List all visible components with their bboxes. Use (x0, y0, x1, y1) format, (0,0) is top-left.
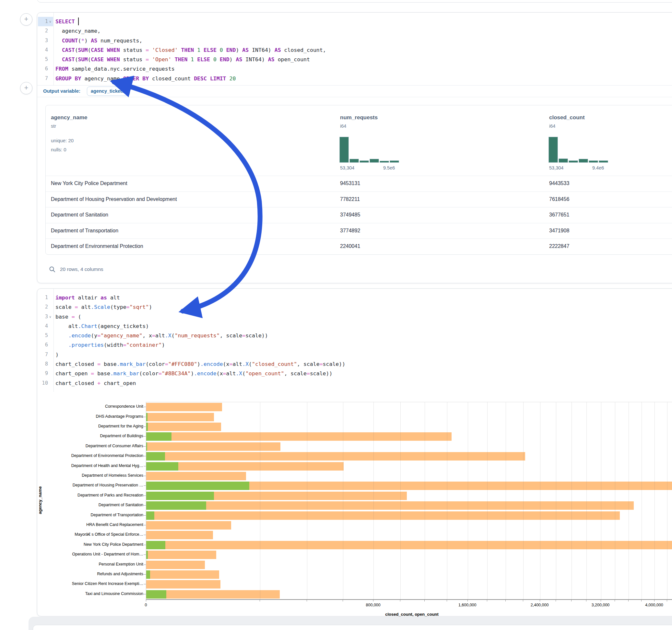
sql-token: CAST (62, 56, 75, 63)
y-axis-label[interactable]: New York City Police Department (37, 542, 143, 547)
sql-code-line[interactable]: GROUP BY agency_name ORDER BY closed_cou… (55, 74, 672, 83)
bar-closed-count[interactable] (146, 511, 620, 520)
bar-closed-count[interactable] (146, 571, 219, 579)
table-cell[interactable]: 7618456 (549, 196, 569, 202)
y-axis-label[interactable]: Correspondence Unit (37, 404, 143, 409)
sql-token: AS (268, 56, 274, 63)
table-cell[interactable]: 3774892 (340, 228, 360, 234)
bar-closed-count[interactable] (146, 580, 220, 588)
sql-line-number-gutter[interactable]: 1∨234567 (37, 13, 54, 85)
table-cell[interactable]: Department of Environmental Protection (51, 243, 143, 249)
table-cell[interactable]: Department of Housing Preservation and D… (51, 196, 177, 202)
y-axis-label[interactable]: Mayorâ€ s Office of Special Enforce… (37, 532, 143, 537)
sql-line-number[interactable]: 1∨ (37, 17, 52, 26)
y-axis-label[interactable]: Department of Transportation (37, 513, 143, 517)
sql-token (194, 56, 197, 63)
table-cell[interactable]: 2240041 (340, 243, 360, 249)
y-axis-label[interactable]: Department of Consumer Affairs (37, 444, 143, 448)
bar-closed-count[interactable] (146, 531, 213, 539)
bar-open-count[interactable] (146, 541, 165, 549)
table-cell[interactable]: 9453131 (340, 180, 360, 186)
x-axis-tick (540, 600, 540, 602)
bar-open-count[interactable] (146, 422, 148, 431)
bar-open-count[interactable] (146, 462, 178, 470)
bar-closed-count[interactable] (146, 551, 216, 559)
y-axis-label[interactable]: Department for the Aging (37, 424, 143, 429)
y-axis-label[interactable]: Taxi and Limousine Commission (37, 591, 143, 596)
table-cell[interactable]: 3677651 (549, 212, 569, 218)
sql-line-number[interactable]: 4 (37, 45, 52, 55)
results-table[interactable]: agency_namestrunique: 20nulls: 0num_requ… (45, 105, 672, 255)
sql-code-line[interactable]: CAST(SUM(CASE WHEN status = 'Closed' THE… (55, 45, 672, 55)
bar-closed-count[interactable] (146, 413, 214, 421)
output-variable-pill[interactable]: agency_tickets (87, 87, 130, 96)
y-axis-label[interactable]: Department of Health and Mental Hyg… (37, 463, 143, 468)
y-axis-label[interactable]: Department of Homeless Services (37, 473, 143, 478)
sql-line-number[interactable]: 3 (37, 36, 52, 45)
bar-closed-count[interactable] (146, 501, 634, 510)
sql-line-number[interactable]: 7 (37, 74, 52, 83)
bar-open-count[interactable] (146, 452, 165, 461)
bar-open-count[interactable] (146, 501, 206, 510)
bar-closed-count[interactable] (146, 452, 525, 461)
x-axis-tick (146, 600, 146, 602)
y-axis-label[interactable]: Department of Buildings (37, 434, 143, 438)
bar-closed-count[interactable] (146, 403, 222, 411)
add-cell-button-top[interactable]: + (20, 13, 32, 26)
y-axis-label[interactable]: Department of Parks and Recreation (37, 493, 143, 498)
bar-open-count[interactable] (146, 571, 150, 579)
column-header-closed_count[interactable]: closed_count (549, 114, 585, 121)
table-cell[interactable]: 2222847 (549, 243, 569, 249)
y-axis-label[interactable]: Refunds and Adjustments (37, 572, 143, 576)
sql-code-editor[interactable]: SELECT agency_name, COUNT(*) AS num_requ… (55, 17, 672, 83)
sql-code-line[interactable]: CAST(SUM(CASE WHEN status = 'Open' THEN … (55, 55, 672, 64)
sql-code-line[interactable]: COUNT(*) AS num_requests, (55, 36, 672, 45)
add-cell-button-middle[interactable]: + (20, 82, 32, 94)
table-cell[interactable]: Department of Transportation (51, 228, 118, 234)
column-header-agency_name[interactable]: agency_name (51, 114, 87, 121)
column-header-num_requests[interactable]: num_requests (340, 114, 378, 121)
sql-token: num_requests, (97, 38, 142, 44)
sql-line-number[interactable]: 2 (37, 26, 52, 35)
bar-open-count[interactable] (146, 413, 147, 421)
table-cell[interactable]: 3749485 (340, 212, 360, 218)
sql-line-number[interactable]: 6 (37, 64, 52, 74)
table-status-bar[interactable]: 20 rows, 4 columns (49, 264, 103, 274)
bar-closed-count[interactable] (146, 541, 672, 549)
table-cell[interactable]: 9443533 (549, 180, 569, 186)
bar-open-count[interactable] (146, 511, 154, 520)
bar-closed-count[interactable] (146, 561, 205, 569)
y-axis-label[interactable]: DHS Advantage Programs (37, 414, 143, 419)
bar-closed-count[interactable] (146, 422, 221, 431)
bar-open-count[interactable] (146, 590, 166, 599)
bar-closed-count[interactable] (146, 472, 246, 480)
sql-code-line[interactable]: FROM sample_data.nyc.service_requests (55, 64, 672, 74)
bar-open-count[interactable] (146, 482, 249, 490)
y-axis-label[interactable]: Department of Sanitation (37, 503, 143, 507)
sql-line-number[interactable]: 5 (37, 55, 52, 64)
bar-open-count[interactable] (146, 442, 147, 451)
y-axis-label[interactable]: Personal Exemption Unit (37, 562, 143, 566)
sql-line-number-text: 1 (45, 17, 48, 26)
y-axis-label[interactable]: HRA Benefit Card Replacement (37, 523, 143, 527)
bar-closed-count[interactable] (146, 521, 231, 530)
bar-open-count[interactable] (146, 551, 148, 559)
bar-closed-count[interactable] (146, 442, 281, 451)
table-cell[interactable]: 3471908 (549, 228, 569, 234)
sql-code-line[interactable]: SELECT (55, 17, 672, 26)
sql-line-number-text: 4 (45, 45, 48, 55)
y-axis-label[interactable]: Senior Citizen Rent Increase Exempti… (37, 581, 143, 586)
bar-open-count[interactable] (146, 432, 171, 441)
y-axis-label[interactable]: Department of Housing Preservation … (37, 483, 143, 487)
bar-closed-count[interactable] (146, 432, 452, 441)
y-axis-label[interactable]: Department of Environmental Protection (37, 453, 143, 458)
bar-open-count[interactable] (146, 492, 214, 500)
table-cell[interactable]: Department of Sanitation (51, 212, 108, 218)
search-icon[interactable] (49, 266, 55, 272)
collapse-caret-icon[interactable]: ∨ (48, 17, 52, 26)
y-axis-label[interactable]: Operations Unit - Department of Hom… (37, 552, 143, 556)
y-axis-title: agency_name (38, 468, 43, 533)
table-cell[interactable]: New York City Police Department (51, 180, 127, 186)
sql-code-line[interactable]: agency_name, (55, 26, 672, 35)
table-cell[interactable]: 7782211 (340, 196, 360, 202)
